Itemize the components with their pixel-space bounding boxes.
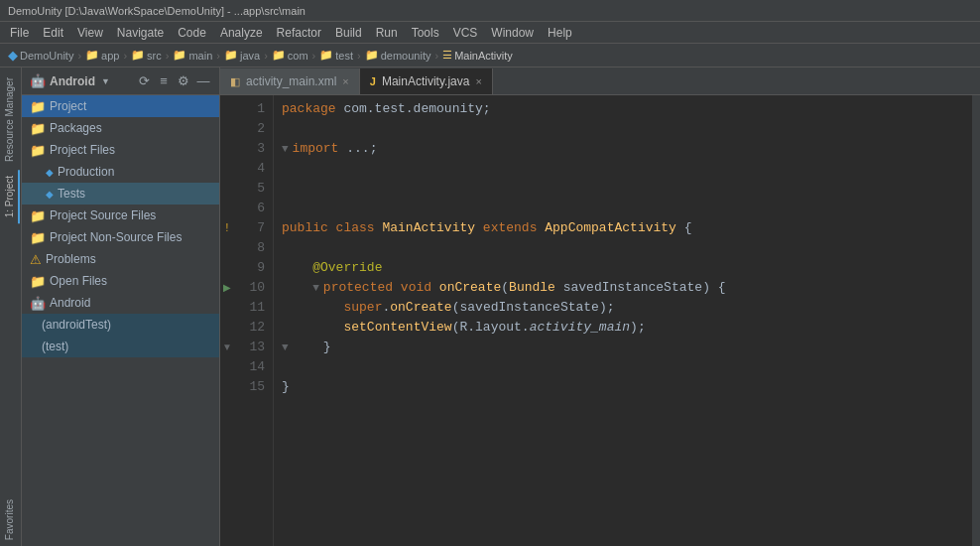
tree-item-problems[interactable]: ⚠ Problems [22,248,219,270]
import-collapse-icon[interactable]: ▼ [282,139,289,159]
tree-item-project-non-source[interactable]: 📁 Project Non-Source Files [22,226,219,248]
breadcrumb-demounity2[interactable]: demounity [381,50,431,62]
tree-label-problems: Problems [46,252,96,266]
src-folder-icon: 📁 [131,49,145,62]
code-line-10: ▼ protected void onCreate(Bundle savedIn… [282,278,964,298]
demounity-icon: ◆ [8,48,18,63]
brace-fold-icon[interactable]: ▼ [282,338,289,357]
tree-item-packages[interactable]: 📁 Packages [22,117,219,139]
menu-vcs[interactable]: VCS [447,24,484,42]
project-panel-header: 🤖 Android ▼ ⟳ ≡ ⚙ — [22,68,219,95]
menubar: File Edit View Navigate Code Analyze Ref… [0,22,980,44]
menu-navigate[interactable]: Navigate [111,24,170,42]
main-folder-icon: 📁 [173,49,186,62]
tab-activity-main-close[interactable]: × [342,75,348,87]
panel-minimize-btn[interactable]: — [195,73,211,89]
menu-view[interactable]: View [71,24,109,42]
breadcrumb-java[interactable]: java [240,50,260,62]
menu-code[interactable]: Code [172,24,212,42]
menu-file[interactable]: File [4,24,35,42]
line-num-8: 8 [238,238,265,258]
line-num-5: 5 [238,179,265,199]
breadcrumb-app[interactable]: app [101,50,119,62]
menu-tools[interactable]: Tools [406,24,445,42]
breadcrumb-com[interactable]: com [288,50,308,62]
code-area[interactable]: package com.test.demounity; ▼ import ...… [274,95,972,546]
tab-resource-manager[interactable]: Resource Manager [1,71,20,168]
gutter-14 [220,357,234,377]
left-tabs: Resource Manager 1: Project Favorites [0,68,22,546]
line-num-9: 9 [238,258,265,278]
fold-gutter-13[interactable]: ▼ [222,338,232,357]
tree-item-project-files[interactable]: 📁 Project Files [22,139,219,161]
tab-mainactivity[interactable]: J MainActivity.java × [360,68,493,94]
com-folder-icon: 📁 [272,49,286,62]
tree-item-project-source-files[interactable]: 📁 Project Source Files [22,205,219,226]
tests-icon: ◆ [46,189,54,200]
gutter-12 [220,318,234,338]
gutter-5 [220,179,234,199]
tree-item-production[interactable]: ◆ Production [22,161,219,183]
tab-favorites[interactable]: Favorites [1,493,20,546]
line-num-11: 11 [238,298,265,318]
tree-item-project[interactable]: 📁 Project [22,95,219,117]
titlebar: DemoUnity [D:\Java\WorkSpace\DemoUnity] … [0,0,980,22]
menu-build[interactable]: Build [329,24,368,42]
breadcrumb-mainactivity[interactable]: MainActivity [454,50,513,62]
tree-item-open-files[interactable]: 📁 Open Files [22,270,219,292]
tab-mainactivity-close[interactable]: × [475,75,481,87]
breadcrumb-demounity[interactable]: DemoUnity [20,50,73,62]
code-line-8 [282,238,964,258]
test-label: (test) [42,340,68,353]
panel-gear-btn[interactable]: ⚙ [176,73,191,89]
line-num-1: 1 [238,99,265,119]
main-layout: Resource Manager 1: Project Favorites 🤖 … [0,68,980,546]
tree-item-android[interactable]: 🤖 Android [22,292,219,314]
tab-mainactivity-label: MainActivity.java [382,74,469,88]
gutter-11 [220,298,234,318]
gutter-13: ▼ [220,338,234,357]
problems-warn-icon: ⚠ [30,252,42,267]
menu-analyze[interactable]: Analyze [214,24,269,42]
xml-file-icon: ◧ [230,75,240,88]
panel-title: Android [50,74,95,88]
gutter-4 [220,159,234,179]
tree-label-project: Project [50,99,86,113]
androidtest-item[interactable]: (androidTest) [22,314,219,336]
panel-settings-btn[interactable]: ≡ [156,73,172,89]
breadcrumb-test[interactable]: test [335,50,353,62]
gutter-left: ! ▶ ▼ [220,95,234,546]
line-num-6: 6 [238,199,265,218]
tab-project[interactable]: 1: Project [1,170,20,223]
tree-item-tests[interactable]: ◆ Tests [22,183,219,205]
code-line-5 [282,179,964,199]
line-num-13: 13 [238,338,265,357]
project-non-source-folder-icon: 📁 [30,230,46,245]
code-line-13: ▼ } [282,338,964,357]
breadcrumb-src[interactable]: src [147,50,162,62]
panel-sync-btn[interactable]: ⟳ [136,73,152,89]
java-file-icon: J [370,75,376,87]
gutter-3 [220,139,234,159]
gutter-10: ▶ [220,278,234,298]
tree-label-tests: Tests [58,187,85,201]
test-item[interactable]: (test) [22,336,219,357]
run-gutter-10[interactable]: ▶ [223,278,231,298]
menu-refactor[interactable]: Refactor [271,24,327,42]
menu-edit[interactable]: Edit [37,24,69,42]
menu-help[interactable]: Help [542,24,578,42]
android-tree-icon: 🤖 [30,296,46,311]
mainactivity-icon: ☰ [442,49,452,62]
breadcrumb: ◆ DemoUnity › 📁 app › 📁 src › 📁 main › 📁… [0,44,980,68]
gutter-2 [220,119,234,139]
menu-window[interactable]: Window [485,24,540,42]
menu-run[interactable]: Run [370,24,404,42]
android-panel-icon: 🤖 [30,73,46,88]
breadcrumb-main[interactable]: main [188,50,212,62]
panel-dropdown-arrow[interactable]: ▼ [101,76,110,86]
code-line-2 [282,119,964,139]
gutter-9 [220,258,234,278]
editor-scrollbar[interactable] [972,95,980,546]
tab-activity-main[interactable]: ◧ activity_main.xml × [220,68,360,94]
method-fold-icon[interactable]: ▼ [312,278,319,298]
